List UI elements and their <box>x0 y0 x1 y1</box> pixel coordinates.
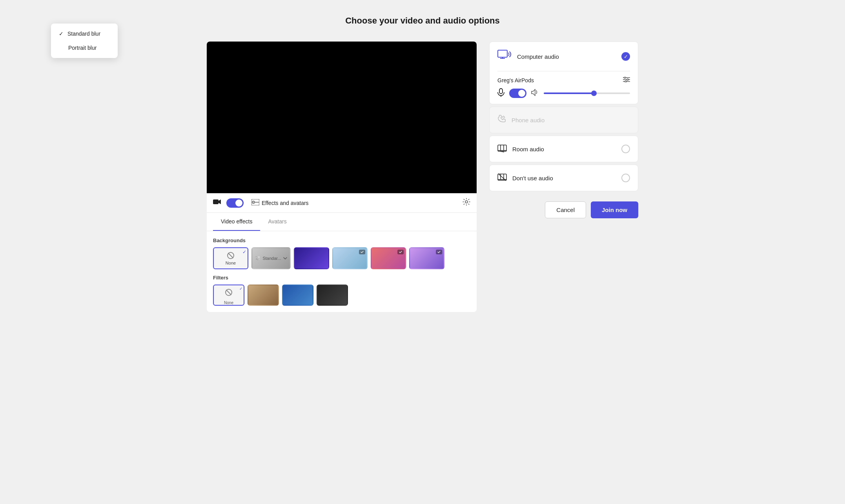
phone-audio-label: Phone audio <box>512 117 630 123</box>
svg-rect-0 <box>213 199 219 204</box>
airpods-name-row: Greg's AirPods <box>497 77 630 83</box>
airpods-row: Greg's AirPods <box>490 71 638 104</box>
computer-audio-card: Computer audio ✓ Greg's AirPods <box>489 42 638 104</box>
backgrounds-section: Backgrounds None ✓ <box>207 231 477 269</box>
filter-blue[interactable] <box>282 285 313 306</box>
room-audio-radio <box>621 145 630 153</box>
svg-point-13 <box>257 259 258 260</box>
filter-none-label: None <box>224 301 233 305</box>
svg-point-22 <box>624 77 626 78</box>
svg-line-7 <box>228 253 233 258</box>
filter-none[interactable]: None ✓ <box>213 285 244 306</box>
action-buttons: Cancel Join now <box>489 201 638 218</box>
left-panel: Effects and avatars Video effects Avatar… <box>207 42 477 312</box>
backgrounds-label: Backgrounds <box>213 237 470 243</box>
computer-audio-selected: ✓ <box>621 52 630 61</box>
bg-sky[interactable] <box>332 247 368 269</box>
bg-standard-blur[interactable]: Standar... <box>251 247 291 269</box>
cancel-button[interactable]: Cancel <box>545 201 586 218</box>
no-audio-icon <box>497 173 507 183</box>
speaker-icon <box>531 89 539 98</box>
bg-pink[interactable] <box>371 247 406 269</box>
filters-label: Filters <box>213 275 470 281</box>
bg-crystal[interactable] <box>409 247 444 269</box>
phone-audio-option: Phone audio <box>489 107 638 133</box>
volume-slider[interactable] <box>544 92 630 94</box>
main-layout: Effects and avatars Video effects Avatar… <box>207 42 638 312</box>
no-audio-radio <box>621 174 630 182</box>
join-now-button[interactable]: Join now <box>591 201 638 218</box>
svg-rect-25 <box>499 89 503 94</box>
svg-point-12 <box>259 259 260 260</box>
blur-label: Standar... <box>262 256 281 261</box>
filters-row: None ✓ <box>213 285 470 306</box>
video-controls-bar: Effects and avatars <box>207 193 477 213</box>
phone-audio-icon <box>497 115 506 125</box>
effects-avatars-button[interactable]: Effects and avatars <box>251 199 309 207</box>
svg-rect-16 <box>498 50 507 57</box>
tab-video-effects[interactable]: Video effects <box>213 213 260 231</box>
svg-point-3 <box>253 202 254 203</box>
bg-purple[interactable] <box>294 247 329 269</box>
svg-point-5 <box>465 201 468 203</box>
room-audio-label: Room audio <box>512 146 616 152</box>
no-audio-label: Don't use audio <box>512 175 616 181</box>
settings-button[interactable] <box>463 198 470 208</box>
no-audio-option[interactable]: Don't use audio <box>489 165 638 191</box>
camera-icon <box>213 199 222 207</box>
svg-point-9 <box>257 257 258 259</box>
effects-button-label: Effects and avatars <box>262 200 309 206</box>
tab-avatars[interactable]: Avatars <box>260 213 294 231</box>
svg-point-10 <box>258 256 260 258</box>
page-title: Choose your video and audio options <box>345 16 500 26</box>
backgrounds-thumbnails: None ✓ Standar... <box>213 247 470 269</box>
room-audio-option[interactable]: Room audio <box>489 136 638 162</box>
computer-audio-label: Computer audio <box>517 53 616 60</box>
bg-none-label: None <box>226 261 236 265</box>
svg-point-11 <box>256 258 257 260</box>
tabs-row: Video effects Avatars <box>207 213 477 231</box>
svg-point-23 <box>627 79 628 80</box>
camera-toggle[interactable] <box>226 198 244 208</box>
video-preview <box>207 42 477 193</box>
filter-none-check: ✓ <box>239 286 242 291</box>
svg-point-24 <box>625 81 626 82</box>
bg-none[interactable]: None ✓ <box>213 247 248 269</box>
device-settings-button[interactable] <box>623 77 630 83</box>
filter-dark[interactable] <box>317 285 348 306</box>
bg-none-check: ✓ <box>242 249 246 255</box>
computer-audio-icon <box>497 50 512 63</box>
filter-cat[interactable] <box>248 285 279 306</box>
room-audio-icon <box>497 144 507 154</box>
device-name: Greg's AirPods <box>497 77 534 83</box>
effects-icon <box>251 199 259 207</box>
filters-section: Filters None ✓ <box>207 269 477 312</box>
volume-thumb <box>591 91 597 96</box>
svg-point-8 <box>256 256 257 257</box>
mic-volume-row <box>497 88 630 98</box>
svg-line-15 <box>226 290 231 295</box>
right-panel: Computer audio ✓ Greg's AirPods <box>489 42 638 218</box>
mic-icon <box>497 88 504 98</box>
mic-toggle[interactable] <box>509 89 526 98</box>
blur-dropdown-btn[interactable]: Standar... <box>255 255 287 261</box>
computer-audio-header[interactable]: Computer audio ✓ <box>490 42 638 71</box>
